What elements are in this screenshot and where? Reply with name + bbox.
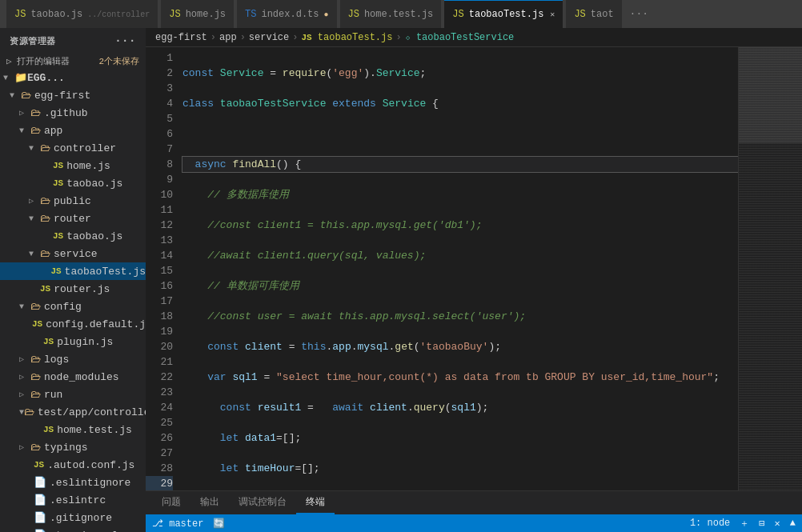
- arrow-icon: ▼: [19, 302, 30, 311]
- line-numbers: 12345 678910 1112131415 1617181920 21222…: [146, 47, 179, 490]
- git-branch-status[interactable]: ⎇ master: [152, 518, 203, 530]
- code-line: //const client1 = this.app.mysql.get('db…: [182, 218, 738, 233]
- breadcrumb-item[interactable]: app: [219, 32, 237, 43]
- maximize-panel-icon[interactable]: ▲: [790, 518, 796, 529]
- panel-tab-output[interactable]: 输出: [190, 490, 229, 514]
- sidebar-item-label: router: [54, 213, 91, 225]
- sidebar-item-service[interactable]: ▼ 🗁 service: [0, 245, 146, 262]
- tab[interactable]: JS taobao.js ../controller: [6, 0, 158, 28]
- tab[interactable]: TS index.d.ts ●: [237, 0, 336, 28]
- breadcrumb-item[interactable]: service: [249, 32, 289, 43]
- sidebar-item-eslintrc[interactable]: 📄 .eslintrc: [0, 491, 146, 509]
- js-icon: JS: [40, 284, 50, 294]
- sidebar-item-autod-conf[interactable]: JS .autod.conf.js: [0, 456, 146, 474]
- sidebar-item-taobao-js-ctrl[interactable]: JS taobao.js: [0, 174, 146, 192]
- folder-icon: 🗁: [30, 371, 41, 383]
- status-right: 1: node ＋ ⊟ ✕ ▲: [690, 517, 796, 530]
- code-line: let data1=[];: [182, 430, 738, 446]
- sidebar-item-label: .github: [44, 107, 88, 119]
- close-panel-icon[interactable]: ✕: [775, 518, 780, 530]
- sidebar-item-home-js-ctrl[interactable]: JS home.js: [0, 157, 146, 174]
- tab[interactable]: JS home.js: [161, 0, 234, 28]
- sidebar-item-controller[interactable]: ▼ 🗁 controller: [0, 139, 146, 157]
- folder-icon: 🗁: [24, 406, 34, 418]
- code-editor: 12345 678910 1112131415 1617181920 21222…: [146, 47, 802, 490]
- split-terminal-icon[interactable]: ⊟: [759, 518, 764, 530]
- sidebar-item-gitignore[interactable]: 📄 .gitignore: [0, 509, 146, 526]
- sidebar-item-logs[interactable]: ▷ 🗁 logs: [0, 350, 146, 368]
- sidebar-item-config[interactable]: ▼ 🗁 config: [0, 298, 146, 315]
- folder-icon: 📁: [14, 71, 27, 84]
- js-icon: JS: [348, 9, 359, 20]
- sidebar-title: 资源管理器: [10, 35, 56, 47]
- tab[interactable]: JS taobaoTest.js ✕: [444, 0, 563, 28]
- sidebar-item-label: config: [44, 301, 82, 313]
- sidebar-item-node-modules[interactable]: ▷ 🗁 node_modules: [0, 368, 146, 386]
- sidebar-item-label: app: [44, 125, 62, 137]
- breadcrumb-item[interactable]: JS taobaoTest.js: [301, 32, 392, 43]
- sync-icon[interactable]: 🔄: [213, 518, 225, 530]
- panel-tab-debug[interactable]: 调试控制台: [229, 490, 296, 514]
- js-icon: JS: [14, 9, 26, 20]
- sidebar-item-router[interactable]: ▼ 🗁 router: [0, 210, 146, 227]
- file-icon: 📄: [34, 511, 46, 524]
- sidebar-item-github[interactable]: ▷ 🗁 .github: [0, 104, 146, 122]
- arrow-icon: ▷: [19, 390, 30, 399]
- panel-tab-terminal[interactable]: 终端: [296, 490, 335, 514]
- sidebar-item-label: .autod.conf.js: [47, 459, 134, 471]
- code-content[interactable]: const Service = require('egg').Service; …: [179, 47, 738, 490]
- js-icon: JS: [32, 319, 42, 329]
- code-line: var sql1 = "select time_hour,count(*) as…: [182, 370, 738, 385]
- sidebar-item-label: plugin.js: [57, 336, 113, 348]
- folder-icon: 🗁: [30, 107, 41, 119]
- arrow-icon: ▼: [29, 214, 40, 223]
- sidebar-item-eslintignore[interactable]: 📄 .eslintignore: [0, 474, 146, 491]
- sidebar-item-egg-root[interactable]: ▼ 📁 EGG...: [0, 69, 146, 86]
- arrow-icon: ▷: [29, 196, 40, 206]
- add-terminal-icon[interactable]: ＋: [740, 517, 749, 530]
- sidebar-item-public[interactable]: ▷ 🗁 public: [0, 192, 146, 210]
- sidebar-header: 资源管理器 ···: [0, 28, 146, 54]
- panel-tab-label: 调试控制台: [239, 495, 287, 509]
- sidebar-item-app[interactable]: ▼ 🗁 app: [0, 122, 146, 139]
- sidebar-item-egg-first[interactable]: ▼ 🗁 egg-first: [0, 86, 146, 104]
- panel-tab-label: 终端: [306, 495, 325, 509]
- sidebar-item-plugin-js[interactable]: JS plugin.js: [0, 333, 146, 350]
- tab-overflow[interactable]: ···: [625, 0, 653, 28]
- arrow-icon: ▷: [19, 354, 30, 364]
- tab-label: home.js: [186, 9, 226, 20]
- js-icon: JS: [53, 161, 63, 170]
- sidebar-item-test-controller[interactable]: ▼ 🗁 test/app/controller: [0, 403, 146, 421]
- sidebar-item-travis-yml[interactable]: 📄 .travis.yml: [0, 526, 146, 532]
- breadcrumb-item[interactable]: ⬦ taobaoTestService: [405, 32, 515, 43]
- sidebar-item-label: .travis.yml: [50, 530, 118, 533]
- open-editors-section[interactable]: ▷ 打开的编辑器 2个未保存: [0, 54, 146, 69]
- breadcrumb-sep: ›: [211, 32, 216, 43]
- sidebar-item-home-test-js[interactable]: JS home.test.js: [0, 421, 146, 438]
- sidebar-item-run[interactable]: ▷ 🗁 run: [0, 386, 146, 403]
- sidebar-item-taobaotest-js[interactable]: JS taobaoTest.js: [0, 262, 146, 280]
- sidebar-item-taobao-router[interactable]: JS taobao.js: [0, 227, 146, 245]
- js-icon: JS: [50, 266, 61, 276]
- folder-icon: 🗁: [30, 301, 41, 313]
- more-icon[interactable]: ···: [114, 34, 136, 47]
- tab[interactable]: JS taot: [566, 0, 621, 28]
- close-icon[interactable]: ✕: [550, 10, 555, 19]
- sidebar-item-config-default[interactable]: JS config.default.js: [0, 315, 146, 333]
- sidebar-item-typings[interactable]: ▷ 🗁 typings: [0, 438, 146, 456]
- tab-label: taot: [591, 9, 614, 20]
- sidebar-item-label: home.js: [66, 160, 110, 172]
- sidebar-item-label: taobao.js: [66, 178, 122, 190]
- sidebar-item-label: run: [44, 389, 62, 401]
- code-line: const result1 = await client.query(sql1)…: [182, 400, 738, 415]
- breadcrumb-sep: ›: [292, 32, 298, 43]
- breadcrumb-item[interactable]: egg-first: [155, 32, 207, 43]
- ts-icon: TS: [245, 9, 256, 20]
- node-status[interactable]: 1: node: [690, 518, 730, 529]
- tab[interactable]: JS home.test.js: [340, 0, 442, 28]
- main-area: 资源管理器 ··· ▷ 打开的编辑器 2个未保存 ▼ 📁 EGG... ▼ 🗁 …: [0, 28, 802, 532]
- panel-tab-label: 输出: [200, 495, 219, 509]
- sidebar-item-router-js[interactable]: JS router.js: [0, 280, 146, 298]
- code-line: //await client1.query(sql, values);: [182, 248, 738, 263]
- panel-tab-problems[interactable]: 问题: [152, 490, 190, 514]
